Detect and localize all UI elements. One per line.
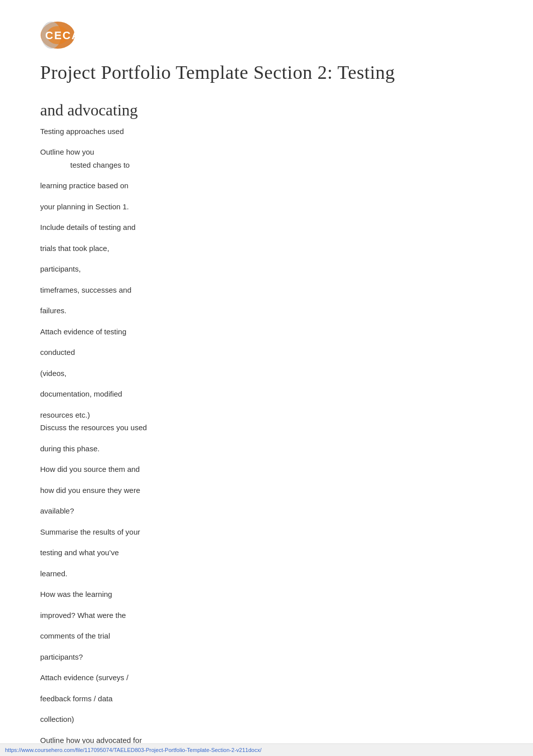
- outline-para: Outline how you tested changes to: [40, 146, 201, 171]
- resources-etc-para: resources etc.) Discuss the resources yo…: [40, 409, 201, 434]
- trials-para: trials that took place,: [40, 242, 201, 255]
- collection-para: collection): [40, 713, 201, 726]
- conducted-para: conducted: [40, 346, 201, 359]
- how-was-para: How was the learning: [40, 588, 201, 601]
- feedback-forms-para: feedback forms / data: [40, 692, 201, 705]
- testing-approaches-label: Testing approaches used: [40, 125, 201, 138]
- include-details-para: Include details of testing and: [40, 221, 201, 234]
- participants-para: participants,: [40, 263, 201, 276]
- comments-para: comments of the trial: [40, 629, 201, 643]
- footer-link[interactable]: https://www.coursehero.com/file/11709507…: [5, 747, 261, 753]
- content-block: Testing approaches used Outline how you …: [40, 125, 201, 747]
- logo-image: CECA: [40, 20, 85, 50]
- svg-text:CECA: CECA: [45, 29, 80, 42]
- footer-url[interactable]: https://www.coursehero.com/file/11709507…: [0, 743, 533, 756]
- learned-para: learned.: [40, 567, 201, 580]
- attach-evidence-para: Attach evidence of testing: [40, 325, 201, 338]
- timeframes-para: timeframes, successes and: [40, 284, 201, 297]
- documentation-para: documentation, modified: [40, 388, 201, 401]
- trial-participants-para: participants?: [40, 651, 201, 664]
- available-para: available?: [40, 505, 201, 518]
- source-para: How did you source them and: [40, 463, 201, 476]
- section-heading: and advocating: [40, 100, 503, 121]
- failures-para: failures.: [40, 304, 201, 317]
- improved-para: improved? What were the: [40, 609, 201, 622]
- learning-practice-para: learning practice based on: [40, 179, 201, 192]
- planning-para: your planning in Section 1.: [40, 200, 201, 213]
- testing-what-para: testing and what you’ve: [40, 546, 201, 559]
- ensure-para: how did you ensure they were: [40, 484, 201, 497]
- logo-area: CECA: [40, 20, 503, 50]
- attach-evidence2-para: Attach evidence (surveys /: [40, 671, 201, 684]
- videos-para: (videos,: [40, 367, 201, 380]
- page-title: Project Portfolio Template Section 2: Te…: [40, 60, 503, 85]
- during-phase-para: during this phase.: [40, 442, 201, 455]
- summarise-para: Summarise the results of your: [40, 526, 201, 539]
